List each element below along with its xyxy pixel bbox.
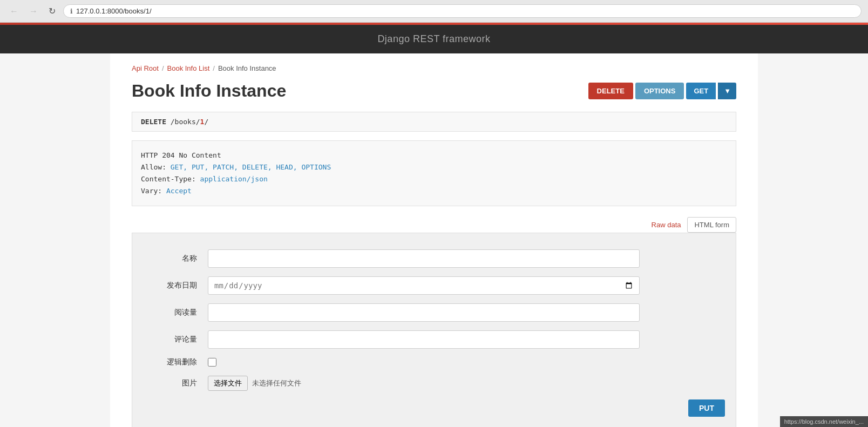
http-info-bar: DELETE /books/1/ (132, 112, 736, 132)
response-line2: Allow: GET, PUT, PATCH, DELETE, HEAD, OP… (141, 161, 727, 173)
form-row-comments: 评论量 (143, 330, 725, 349)
file-input-area: 选择文件 未选择任何文件 (208, 376, 301, 391)
back-button[interactable]: ← (6, 5, 22, 17)
breadcrumb-sep-1: / (162, 64, 164, 72)
form-tabs: Raw data HTML form (132, 217, 736, 233)
response-box: HTTP 204 No Content Allow: GET, PUT, PAT… (132, 140, 736, 206)
url-bar[interactable]: ℹ 127.0.0.1:8000/books/1/ (63, 4, 862, 18)
file-no-selected-label: 未选择任何文件 (252, 378, 301, 388)
http-method: DELETE (141, 118, 166, 126)
reload-button[interactable]: ↻ (45, 5, 59, 17)
drf-header: Django REST framework (0, 25, 868, 53)
input-date[interactable] (208, 276, 640, 295)
checkbox-soft-delete[interactable] (208, 358, 216, 367)
action-buttons: DELETE OPTIONS GET ▼ (588, 83, 736, 99)
page-header: Book Info Instance DELETE OPTIONS GET ▼ (132, 81, 736, 101)
breadcrumb: Api Root / Book Info List / Book Info In… (132, 64, 736, 72)
response-line3: Content-Type: application/json (141, 173, 727, 185)
response-line1: HTTP 204 No Content (141, 150, 727, 161)
form-area: 名称 发布日期 阅读量 评论量 逻辑删除 图片 选择文件 未选择 (132, 233, 736, 427)
main-content: Api Root / Book Info List / Book Info In… (110, 53, 758, 427)
form-row-soft-delete: 逻辑删除 (143, 357, 725, 367)
label-image: 图片 (143, 378, 208, 388)
tab-raw-data[interactable]: Raw data (645, 217, 688, 233)
put-button[interactable]: PUT (688, 399, 725, 417)
breadcrumb-api-root[interactable]: Api Root (132, 64, 159, 72)
input-reads[interactable] (208, 303, 640, 322)
get-dropdown-button[interactable]: ▼ (718, 83, 736, 99)
forward-button[interactable]: → (26, 5, 41, 17)
label-soft-delete: 逻辑删除 (143, 357, 208, 367)
input-name[interactable] (208, 249, 640, 268)
browser-chrome: ← → ↻ ℹ 127.0.0.1:8000/books/1/ (0, 0, 868, 23)
footer-hint: https://blog.csdn.net/weixin_... (780, 416, 868, 427)
drf-title: Django REST framework (377, 33, 490, 44)
breadcrumb-sep-2: / (213, 64, 215, 72)
label-comments: 评论量 (143, 335, 208, 344)
response-line4: Vary: Accept (141, 185, 727, 197)
label-date: 发布日期 (143, 281, 208, 290)
url-text: 127.0.0.1:8000/books/1/ (76, 7, 152, 15)
input-comments[interactable] (208, 330, 640, 349)
form-row-image: 图片 选择文件 未选择任何文件 (143, 376, 725, 391)
form-row-name: 名称 (143, 249, 725, 268)
get-button[interactable]: GET (686, 83, 716, 99)
label-name: 名称 (143, 254, 208, 263)
page-title: Book Info Instance (132, 81, 286, 101)
tab-html-form[interactable]: HTML form (687, 217, 736, 233)
form-row-reads: 阅读量 (143, 303, 725, 322)
delete-button[interactable]: DELETE (588, 83, 633, 99)
choose-file-button[interactable]: 选择文件 (208, 376, 248, 391)
breadcrumb-current: Book Info Instance (218, 64, 276, 72)
options-button[interactable]: OPTIONS (635, 83, 684, 99)
form-row-date: 发布日期 (143, 276, 725, 295)
http-path-suffix: / (204, 118, 208, 126)
form-submit-row: PUT (143, 399, 725, 417)
lock-icon: ℹ (70, 8, 73, 15)
http-path-prefix: /books/ (171, 118, 200, 126)
label-reads: 阅读量 (143, 308, 208, 317)
breadcrumb-book-info-list[interactable]: Book Info List (167, 64, 210, 72)
